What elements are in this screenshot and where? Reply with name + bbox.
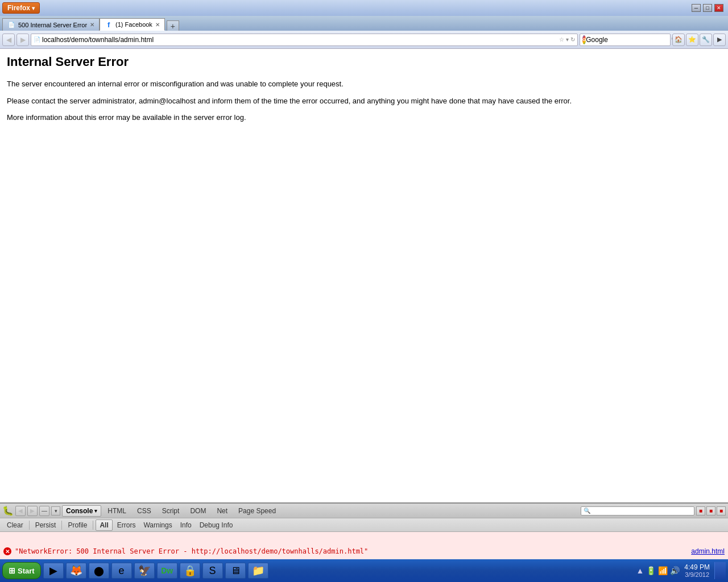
tab-title-1: 500 Internal Server Error bbox=[18, 22, 87, 28]
tab-close-1[interactable]: ✕ bbox=[90, 22, 94, 28]
new-tab-button[interactable]: + bbox=[167, 20, 179, 31]
tab-title-2: (1) Facebook bbox=[115, 21, 152, 28]
firebug-options-button[interactable]: — bbox=[39, 506, 49, 516]
start-label: Start bbox=[18, 567, 35, 575]
error-file-link[interactable]: admin.html bbox=[691, 547, 725, 555]
chrome-icon: ⬤ bbox=[94, 566, 104, 576]
star-icon[interactable]: ☆ bbox=[559, 36, 564, 43]
back-button[interactable]: ◀ bbox=[2, 34, 15, 46]
taskbar-app-app5[interactable]: 🦅 bbox=[134, 563, 155, 579]
close-button[interactable]: ✕ bbox=[714, 4, 723, 12]
error-message-text: "NetworkError: 500 Internal Server Error… bbox=[15, 547, 368, 555]
firebug-all-button[interactable]: All bbox=[96, 519, 112, 531]
nav-extra-buttons: 🏠 ⭐ 🔧 ▶ bbox=[672, 34, 726, 46]
subtoolbar-sep-1 bbox=[29, 521, 30, 530]
firefox-taskbar-icon: 🦊 bbox=[70, 564, 82, 577]
firebug-forward-button[interactable]: ▶ bbox=[27, 506, 38, 516]
search-bar-container: G 🔍 bbox=[580, 34, 671, 46]
system-tray: ▲ 🔋 📶 🔊 bbox=[636, 566, 680, 575]
error-circle-icon: ✕ bbox=[3, 547, 11, 555]
title-bar: Firefox ─ □ ✕ bbox=[0, 0, 728, 16]
bookmarks-button[interactable]: ⭐ bbox=[686, 34, 698, 46]
tab-close-2[interactable]: ✕ bbox=[155, 22, 160, 28]
firebug-tab-css[interactable]: CSS bbox=[133, 506, 156, 516]
taskbar-clock: 4:49 PM 3/9/2012 bbox=[684, 563, 710, 578]
console-dropdown[interactable]: Console bbox=[62, 505, 101, 517]
firebug-tab-pagespeed[interactable]: Page Speed bbox=[234, 506, 280, 516]
firefox-menu-button[interactable]: Firefox bbox=[2, 2, 40, 14]
tab-favicon-1: 📄 bbox=[7, 21, 15, 29]
taskbar-app-network[interactable]: 🖥 bbox=[225, 563, 246, 579]
address-input[interactable] bbox=[42, 36, 557, 44]
content-area: Internal Server Error The server encount… bbox=[0, 49, 728, 502]
taskbar-app-dreamweaver[interactable]: Dw bbox=[157, 563, 177, 579]
forward-button[interactable]: ▶ bbox=[16, 34, 29, 46]
firebug-subtoolbar: Clear Persist Profile All Errors Warning… bbox=[0, 518, 728, 532]
firebug-tab-script[interactable]: Script bbox=[158, 506, 184, 516]
firebug-persist-button[interactable]: Persist bbox=[32, 520, 60, 530]
taskbar-app-chrome[interactable]: ⬤ bbox=[89, 563, 109, 579]
tab-favicon-2: f bbox=[105, 20, 113, 28]
error-line-1: The server encountered an internal error… bbox=[7, 78, 721, 90]
firebug-search-input[interactable] bbox=[590, 508, 692, 514]
tools-button[interactable]: 🔧 bbox=[700, 34, 712, 46]
reload-icon[interactable]: ↻ bbox=[570, 36, 575, 43]
firebug-search-container: 🔍 bbox=[581, 506, 694, 516]
error-line-2: Please contact the server administrator,… bbox=[7, 95, 721, 107]
taskbar-app-media[interactable]: ▶ bbox=[43, 563, 64, 579]
taskbar-app-ie[interactable]: e bbox=[111, 563, 132, 579]
firebug-search-icon: 🔍 bbox=[584, 508, 590, 514]
taskbar-app-folder[interactable]: 📁 bbox=[248, 563, 268, 579]
app5-icon: 🦅 bbox=[138, 564, 151, 577]
firebug-resize-2[interactable]: ■ bbox=[706, 506, 715, 516]
address-bar-container: 📄 ☆ ▾ ↻ bbox=[31, 34, 578, 46]
firebug-dropdown-button[interactable]: ▾ bbox=[51, 506, 60, 516]
firebug-tab-html[interactable]: HTML bbox=[103, 506, 131, 516]
firebug-resize-1[interactable]: ■ bbox=[696, 506, 705, 516]
dropdown-icon[interactable]: ▾ bbox=[566, 36, 569, 43]
firebug-clear-button[interactable]: Clear bbox=[3, 520, 27, 530]
maximize-button[interactable]: □ bbox=[703, 4, 712, 12]
nav-bar: ◀ ▶ 📄 ☆ ▾ ↻ G 🔍 🏠 ⭐ 🔧 ▶ bbox=[0, 31, 728, 49]
taskbar-app-security[interactable]: 🔒 bbox=[180, 563, 200, 579]
folder-icon: 📁 bbox=[252, 564, 264, 577]
tab-facebook[interactable]: f (1) Facebook ✕ bbox=[100, 18, 165, 31]
search-input[interactable] bbox=[586, 36, 671, 44]
error-title: Internal Server Error bbox=[7, 55, 721, 69]
firebug-tab-net[interactable]: Net bbox=[212, 506, 232, 516]
firebug-resize-buttons: ■ ■ ■ bbox=[696, 506, 726, 516]
firebug-toolbar: 🐛 ◀ ▶ — ▾ Console HTML CSS Script DOM Ne… bbox=[0, 504, 728, 518]
ie-icon: e bbox=[119, 565, 125, 577]
start-button[interactable]: ⊞ Start bbox=[2, 562, 41, 579]
firebug-errors-button[interactable]: Errors bbox=[114, 520, 139, 530]
more-button[interactable]: ▶ bbox=[713, 34, 726, 46]
tray-icon-1: ▲ bbox=[636, 566, 644, 575]
firefox-label: Firefox bbox=[7, 4, 30, 12]
taskbar-time-value: 4:49 PM bbox=[684, 563, 710, 571]
tab-bar: 📄 500 Internal Server Error ✕ f (1) Face… bbox=[0, 16, 728, 31]
taskbar-app-skype[interactable]: S bbox=[202, 563, 223, 579]
network-icon: 🖥 bbox=[230, 565, 241, 577]
media-icon: ▶ bbox=[49, 564, 57, 577]
console-label: Console bbox=[66, 507, 93, 515]
home-button[interactable]: 🏠 bbox=[672, 34, 685, 46]
tab-500-error[interactable]: 📄 500 Internal Server Error ✕ bbox=[2, 18, 100, 31]
dreamweaver-icon: Dw bbox=[161, 566, 173, 575]
taskbar-right: ▲ 🔋 📶 🔊 4:49 PM 3/9/2012 bbox=[636, 562, 726, 579]
show-desktop-button[interactable] bbox=[714, 562, 726, 579]
firebug-resize-3[interactable]: ■ bbox=[717, 506, 726, 516]
subtoolbar-sep-2 bbox=[61, 521, 62, 530]
page-icon: 📄 bbox=[34, 36, 40, 43]
minimize-button[interactable]: ─ bbox=[692, 4, 701, 12]
tray-icon-3: 📶 bbox=[658, 566, 668, 575]
firebug-back-button[interactable]: ◀ bbox=[15, 506, 26, 516]
firebug-error-row: ✕ "NetworkError: 500 Internal Server Err… bbox=[0, 546, 728, 556]
firebug-info-button[interactable]: Info bbox=[177, 520, 195, 530]
firebug-debug-button[interactable]: Debug Info bbox=[196, 520, 237, 530]
firebug-profile-button[interactable]: Profile bbox=[64, 520, 90, 530]
taskbar-date-value: 3/9/2012 bbox=[684, 571, 710, 578]
firebug-warnings-button[interactable]: Warnings bbox=[140, 520, 175, 530]
firebug-tab-dom[interactable]: DOM bbox=[185, 506, 210, 516]
taskbar-app-firefox[interactable]: 🦊 bbox=[66, 563, 86, 579]
firebug-logo: 🐛 bbox=[2, 505, 14, 516]
